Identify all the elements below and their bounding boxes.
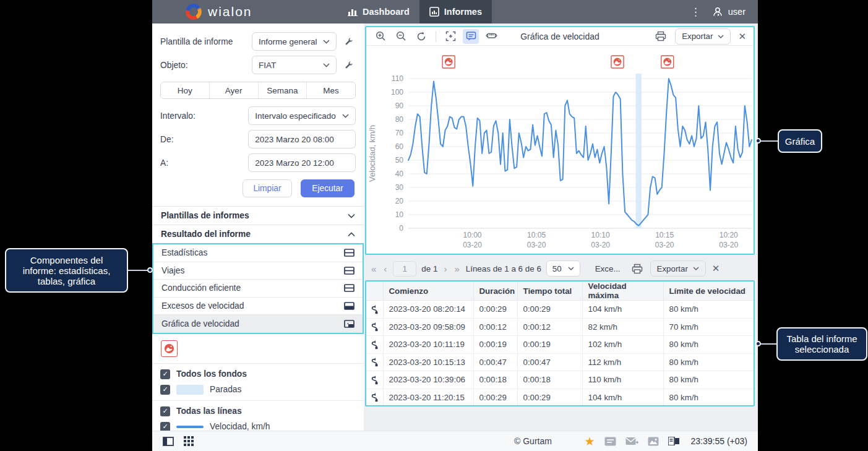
component-excesos-velocidad[interactable]: Excesos de velocidad bbox=[153, 298, 363, 316]
show-on-map-cell[interactable] bbox=[366, 371, 383, 389]
show-on-map-cell[interactable] bbox=[366, 318, 383, 336]
table-close-icon[interactable]: ✕ bbox=[711, 263, 721, 274]
comienzo-cell[interactable]: 2023-03-20 08:20:14 bbox=[383, 301, 473, 319]
svg-text:10:20: 10:20 bbox=[720, 231, 738, 239]
svg-text:10:05: 10:05 bbox=[527, 231, 546, 239]
show-on-map-cell[interactable] bbox=[366, 336, 383, 354]
component-conduccion-eficiente[interactable]: Conducción eficiente bbox=[153, 280, 363, 298]
report-content-area: Gráfica de velocidad Exportar ✕ 01020304… bbox=[364, 24, 758, 431]
column-header[interactable]: Duración bbox=[473, 281, 517, 301]
range-month-button[interactable]: Mes bbox=[307, 82, 355, 98]
callout-connector-dot bbox=[147, 267, 153, 273]
object-select[interactable]: FIAT bbox=[252, 56, 337, 74]
table-row[interactable]: 2023-03-20 10:15:13 0:00:47 0:00:47 112 … bbox=[366, 353, 754, 371]
last-page-icon[interactable]: » bbox=[453, 264, 460, 274]
range-week-button[interactable]: Semana bbox=[259, 82, 307, 98]
to-datetime-input[interactable]: 2023 Marzo 20 12:00 bbox=[248, 153, 356, 172]
user-menu[interactable]: user bbox=[712, 6, 746, 17]
prev-page-icon[interactable]: ‹ bbox=[382, 264, 388, 274]
column-header[interactable]: Límite de velocidad bbox=[663, 281, 754, 301]
fit-selection-icon[interactable] bbox=[442, 29, 458, 44]
clear-button[interactable]: Limpiar bbox=[243, 179, 292, 197]
next-page-icon[interactable]: › bbox=[442, 264, 448, 274]
comienzo-cell[interactable]: 2023-03-20 10:39:06 bbox=[383, 371, 473, 389]
table-row[interactable]: 2023-03-20 10:11:19 0:00:19 0:00:19 102 … bbox=[366, 336, 754, 354]
paradas-checkbox[interactable]: ✓ bbox=[160, 385, 170, 395]
chart-close-icon[interactable]: ✕ bbox=[737, 31, 747, 42]
wialon-app-window: wialon Dashboard Informes bbox=[152, 0, 758, 451]
table-row[interactable]: 2023-03-20 10:39:06 0:00:18 0:00:18 110 … bbox=[366, 371, 754, 389]
news-card-icon[interactable] bbox=[604, 437, 616, 446]
sheet-name-truncated: Exce... bbox=[595, 264, 621, 273]
image-icon[interactable] bbox=[648, 437, 659, 446]
favorites-star-icon[interactable]: ★ bbox=[584, 436, 595, 447]
show-on-map-cell[interactable] bbox=[366, 389, 383, 406]
chevron-down-icon bbox=[693, 267, 699, 270]
kebab-menu-icon[interactable]: ⋮ bbox=[690, 7, 701, 17]
panel-layout-icon[interactable] bbox=[668, 437, 679, 445]
limite-velocidad-cell: 80 km/h bbox=[663, 389, 754, 406]
interval-value: Intervalo especificado bbox=[255, 111, 336, 121]
table-export-label: Exportar bbox=[657, 264, 688, 273]
svg-text:30: 30 bbox=[395, 183, 404, 192]
component-grafica-velocidad[interactable]: Gráfica de velocidad bbox=[153, 315, 363, 333]
table-row[interactable]: 2023-03-20 09:58:09 0:00:12 0:00:12 82 k… bbox=[366, 318, 754, 336]
table-row[interactable]: 2023-03-20 08:20:14 0:00:29 0:00:29 104 … bbox=[366, 301, 754, 319]
route-track-icon bbox=[370, 357, 379, 367]
velocidad-checkbox[interactable]: ✓ bbox=[160, 422, 170, 431]
all-backgrounds-checkbox[interactable]: ✓ bbox=[160, 369, 170, 379]
comienzo-cell[interactable]: 2023-03-20 10:11:19 bbox=[383, 336, 473, 354]
speed-line-chart[interactable]: 010203040506070809010011010:0003-2010:05… bbox=[366, 46, 754, 254]
svg-text:03-20: 03-20 bbox=[463, 241, 482, 249]
speeding-table: Comienzo Duración Tiempo total Velocidad… bbox=[366, 281, 754, 406]
comienzo-cell[interactable]: 2023-03-20 10:15:13 bbox=[383, 353, 473, 371]
tooltip-toggle-icon[interactable] bbox=[463, 29, 479, 44]
print-icon[interactable] bbox=[653, 29, 669, 44]
velocidad-color-swatch bbox=[176, 426, 204, 428]
object-settings-wrench-icon[interactable] bbox=[344, 61, 353, 70]
component-viajes[interactable]: Viajes bbox=[153, 262, 363, 280]
tab-informes[interactable]: Informes bbox=[419, 0, 492, 24]
execute-button[interactable]: Ejecutar bbox=[301, 179, 355, 197]
table-export-button[interactable]: Exportar bbox=[650, 260, 706, 277]
toggle-sidebar-icon[interactable] bbox=[163, 437, 174, 446]
reset-zoom-icon[interactable] bbox=[413, 29, 429, 44]
range-today-button[interactable]: Hoy bbox=[161, 82, 210, 98]
accordion-report-templates[interactable]: Plantillas de informes bbox=[152, 206, 364, 225]
speeding-event-marker-icon bbox=[611, 56, 624, 68]
show-on-map-cell[interactable] bbox=[366, 353, 383, 371]
interval-select[interactable]: Intervalo especificado bbox=[248, 106, 356, 125]
all-lines-checkbox[interactable]: ✓ bbox=[160, 406, 170, 416]
speeding-event-icon[interactable] bbox=[161, 340, 178, 357]
apps-grid-icon[interactable] bbox=[184, 436, 194, 446]
velocidad-maxima-cell: 112 km/h bbox=[582, 353, 663, 371]
chart-export-button[interactable]: Exportar bbox=[675, 28, 731, 45]
page-size-select[interactable]: 50 bbox=[546, 260, 580, 277]
column-header[interactable]: Tiempo total bbox=[517, 281, 582, 301]
template-select[interactable]: Informe general bbox=[252, 32, 337, 51]
comienzo-cell[interactable]: 2023-03-20 11:20:15 bbox=[383, 389, 473, 406]
comienzo-cell[interactable]: 2023-03-20 09:58:09 bbox=[383, 318, 473, 336]
component-estadisticas[interactable]: Estadísticas bbox=[153, 244, 363, 262]
from-datetime-input[interactable]: 2023 Marzo 20 08:00 bbox=[248, 130, 356, 148]
tab-dashboard[interactable]: Dashboard bbox=[338, 0, 419, 24]
template-settings-wrench-icon[interactable] bbox=[344, 37, 353, 46]
column-header[interactable]: Comienzo bbox=[383, 281, 473, 301]
zoom-out-icon[interactable] bbox=[393, 29, 409, 44]
print-icon[interactable] bbox=[629, 261, 645, 276]
column-header[interactable]: Velocidad máxima bbox=[582, 281, 663, 301]
accordion-report-result[interactable]: Resultado del informe bbox=[152, 225, 364, 243]
show-on-map-cell[interactable] bbox=[366, 301, 383, 319]
zoom-in-icon[interactable] bbox=[372, 29, 389, 44]
tiempo-total-cell: 0:00:12 bbox=[517, 318, 582, 336]
ruler-icon[interactable] bbox=[483, 29, 499, 44]
mail-notification-icon[interactable] bbox=[625, 437, 638, 446]
route-track-icon bbox=[370, 322, 379, 332]
callout-table-text: Tabla del informe seleccionada bbox=[784, 333, 860, 354]
range-yesterday-button[interactable]: Ayer bbox=[210, 82, 259, 98]
table-row[interactable]: 2023-03-20 11:20:15 0:00:29 0:00:29 104 … bbox=[366, 389, 754, 406]
page-number-input[interactable]: 1 bbox=[393, 261, 416, 277]
duracion-cell: 0:00:29 bbox=[473, 389, 517, 406]
first-page-icon[interactable]: « bbox=[370, 264, 377, 274]
callout-connector-dot bbox=[755, 138, 761, 144]
